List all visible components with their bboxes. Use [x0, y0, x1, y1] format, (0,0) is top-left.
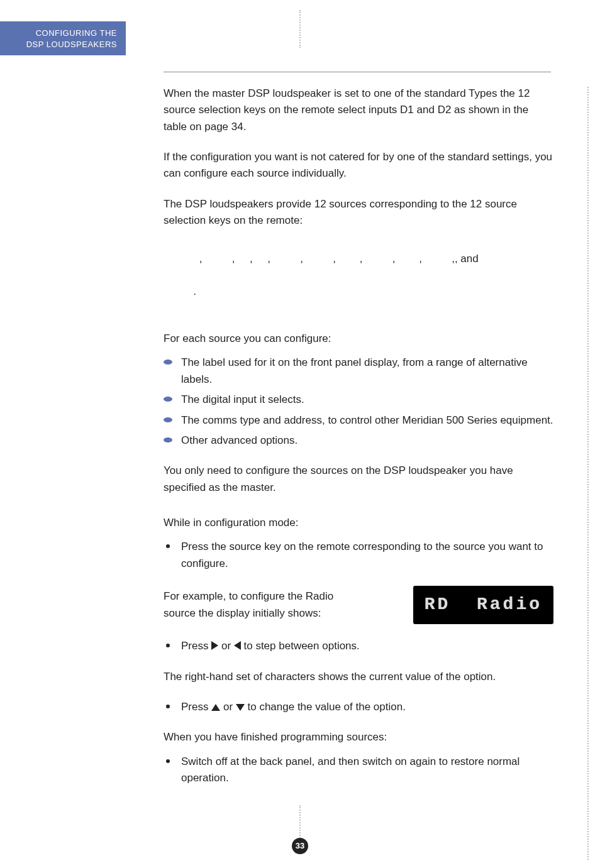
right-dotted-divider	[587, 87, 589, 860]
oval-bullet-icon	[164, 417, 172, 422]
step-text-part: to change the value of the option.	[248, 701, 406, 713]
step-list: Switch off at the back panel, and then s…	[164, 754, 553, 787]
step-list: Press the source key on the remote corre…	[164, 539, 553, 572]
down-arrow-icon	[236, 704, 245, 711]
list-item-text: The label used for it on the front panel…	[181, 356, 528, 385]
paragraph: While in configuration mode:	[164, 515, 553, 531]
list-item: The comms type and address, to control o…	[164, 412, 553, 429]
lcd-caption: For example, to configure the Radio sour…	[164, 588, 396, 622]
lcd-caption-line1: For example, to configure the Radio	[164, 590, 333, 602]
list-item: The digital input it selects.	[164, 392, 553, 408]
up-arrow-icon	[211, 704, 220, 711]
step-list: Press or to step between options.	[164, 638, 553, 654]
list-item: Press or to step between options.	[164, 638, 553, 654]
left-arrow-icon	[234, 641, 241, 650]
list-item-text: Press the source key on the remote corre…	[181, 541, 543, 569]
page: CONFIGURING THE DSP LOUDSPEAKERS When th…	[0, 0, 600, 868]
paragraph: You only need to configure the sources o…	[164, 463, 553, 496]
body-content: When the master DSP loudspeaker is set t…	[164, 85, 553, 800]
step-text-part: or	[223, 701, 236, 713]
remote-keys-dot: .	[181, 285, 196, 297]
paragraph: For each source you can configure:	[164, 331, 553, 347]
list-item: Switch off at the back panel, and then s…	[164, 754, 553, 787]
config-bullet-list: The label used for it on the front panel…	[164, 354, 553, 449]
section-tab: CONFIGURING THE DSP LOUDSPEAKERS	[0, 21, 126, 55]
step-text-part: or	[221, 640, 234, 652]
list-item: Press or to change the value of the opti…	[164, 699, 553, 715]
remote-keys-tail: , and	[455, 253, 479, 265]
paragraph: The right-hand set of characters shows t…	[164, 669, 553, 685]
oval-bullet-icon	[164, 397, 172, 402]
list-item-text: Other advanced options.	[181, 434, 297, 446]
step-list: Press or to change the value of the opti…	[164, 699, 553, 715]
right-arrow-icon	[211, 641, 218, 650]
paragraph: When you have finished programming sourc…	[164, 729, 553, 745]
step-text-part: to step between options.	[244, 640, 360, 652]
lcd-display: RD Radio	[413, 586, 553, 624]
paragraph: The DSP loudspeakers provide 12 sources …	[164, 196, 553, 229]
oval-bullet-icon	[164, 437, 172, 442]
section-tab-line2: DSP LOUDSPEAKERS	[0, 39, 117, 50]
paragraph: When the master DSP loudspeaker is set t…	[164, 85, 553, 135]
remote-keys-line: , , , , , , , , , ,, and .	[164, 234, 553, 317]
page-number: 33	[0, 838, 600, 854]
list-item: The label used for it on the front panel…	[164, 354, 553, 388]
paragraph: If the configuration you want is not cat…	[164, 149, 553, 182]
bullet-icon	[166, 544, 170, 548]
remote-keys-commas: , , , , , , , , , ,	[181, 253, 455, 265]
bullet-icon	[166, 644, 170, 647]
list-item: Other advanced options.	[164, 432, 553, 449]
oval-bullet-icon	[164, 360, 172, 365]
list-item: Press the source key on the remote corre…	[164, 539, 553, 572]
page-number-badge: 33	[292, 838, 308, 854]
lcd-caption-line2: source the display initially shows:	[164, 607, 321, 619]
bottom-dotted-divider	[299, 805, 301, 843]
bullet-icon	[166, 705, 170, 708]
horizontal-rule	[164, 72, 551, 72]
list-item-text: The digital input it selects.	[181, 393, 304, 405]
lcd-example-row: For example, to configure the Radio sour…	[164, 586, 553, 624]
step-text-part: Press	[181, 701, 211, 713]
list-item-text: Switch off at the back panel, and then s…	[181, 755, 519, 784]
bullet-icon	[166, 759, 170, 763]
list-item-text: The comms type and address, to control o…	[181, 414, 553, 426]
section-tab-line1: CONFIGURING THE	[0, 28, 117, 39]
step-text-part: Press	[181, 640, 211, 652]
top-dotted-divider	[299, 10, 301, 48]
